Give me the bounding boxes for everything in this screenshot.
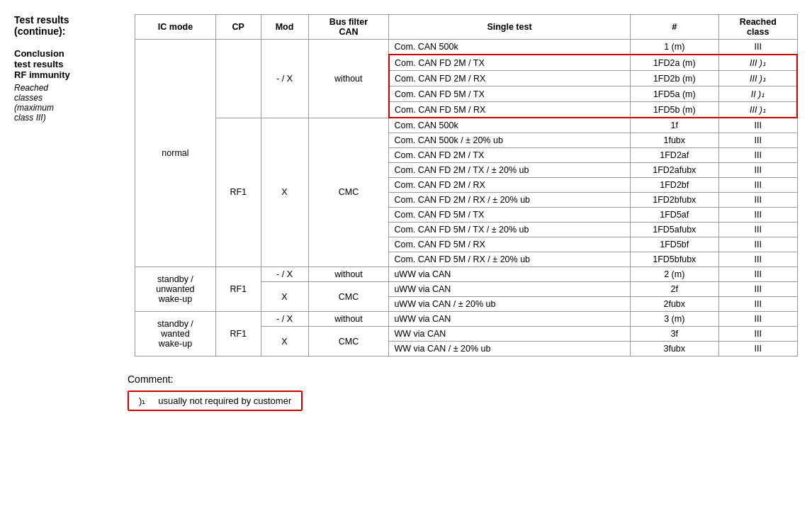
hash-cell: 2 (m) xyxy=(630,267,718,282)
cp-rf1-3: RF1 xyxy=(215,312,261,356)
hash-cell: 1FD5bf xyxy=(630,237,718,252)
single-test-cell: Com. CAN FD 5M / TX / ± 20% ub xyxy=(389,223,630,237)
class-cell: III xyxy=(718,208,797,223)
conclusion-subtitle: Conclusiontest resultsRF immunity xyxy=(14,48,128,80)
comment-box: )₁ usually not required by customer xyxy=(128,391,303,411)
single-test-cell: Com. CAN FD 5M / RX / ± 20% ub xyxy=(389,252,630,267)
class-cell: III xyxy=(718,148,797,163)
busfilter-without-3: without xyxy=(308,312,389,327)
single-test-cell: Com. CAN FD 5M / RX xyxy=(389,237,630,252)
hash-cell: 2f xyxy=(630,282,718,297)
mod-x-3: X xyxy=(261,327,308,356)
class-cell: III xyxy=(718,237,797,252)
col-mod: Mod xyxy=(261,15,308,40)
table-row: standby /wantedwake-up RF1 - / X without… xyxy=(135,312,798,327)
mod-nox-3: - / X xyxy=(261,312,308,327)
hash-cell: 3fubx xyxy=(630,342,718,356)
hash-cell: 1 (m) xyxy=(630,40,718,55)
busfilter-without-2: without xyxy=(308,267,389,282)
mod-x-2: X xyxy=(261,282,308,312)
class-cell: III xyxy=(718,312,797,327)
page-wrapper: Test results(continue): Conclusiontest r… xyxy=(14,14,798,356)
single-test-cell: Com. CAN FD 2M / RX xyxy=(389,178,630,193)
table-row: RF1 X CMC Com. CAN 500k 1f III xyxy=(135,118,798,133)
single-test-cell: Com. CAN FD 2M / TX xyxy=(389,148,630,163)
hash-cell: 2fubx xyxy=(630,297,718,312)
busfilter-cmc-2: CMC xyxy=(308,282,389,312)
hash-cell: 1FD5a (m) xyxy=(630,86,718,102)
class-cell: II )₁ xyxy=(718,86,797,102)
col-cp: CP xyxy=(215,15,261,40)
comment-text: usually not required by customer xyxy=(158,395,291,406)
single-test-cell: Com. CAN 500k xyxy=(389,40,630,55)
hash-cell: 1FD2b (m) xyxy=(630,71,718,86)
hash-cell: 1FD2bfubx xyxy=(630,193,718,208)
busfilter-cmc: CMC xyxy=(308,118,389,267)
single-test-cell: Com. CAN FD 2M / RX xyxy=(389,71,630,86)
hash-cell: 1fubx xyxy=(630,133,718,148)
single-test-cell: Com. CAN FD 2M / RX / ± 20% ub xyxy=(389,193,630,208)
table-header-row: IC mode CP Mod Bus filterCAN Single test… xyxy=(135,15,798,40)
left-panel: Test results(continue): Conclusiontest r… xyxy=(14,14,135,123)
col-single-test: Single test xyxy=(389,15,630,40)
hash-cell: 1FD5bfubx xyxy=(630,252,718,267)
col-ic-mode: IC mode xyxy=(135,15,216,40)
hash-cell: 1FD5afubx xyxy=(630,223,718,237)
class-cell: III xyxy=(718,327,797,342)
single-test-cell: Com. CAN FD 2M / TX / ± 20% ub xyxy=(389,163,630,178)
hash-cell: 1FD2a (m) xyxy=(630,55,718,71)
single-test-cell: Com. CAN FD 5M / TX xyxy=(389,208,630,223)
class-cell: III xyxy=(718,342,797,356)
class-cell: III xyxy=(718,252,797,267)
table-row: normal - / X without Com. CAN 500k 1 (m)… xyxy=(135,40,798,55)
mod-nox-2: - / X xyxy=(261,267,308,282)
hash-cell: 1FD2af xyxy=(630,148,718,163)
hash-cell: 1FD2bf xyxy=(630,178,718,193)
class-cell: III xyxy=(718,163,797,178)
cp-rf1: RF1 xyxy=(215,118,261,267)
hash-cell: 1FD5af xyxy=(630,208,718,223)
cp-empty-1 xyxy=(215,40,261,118)
class-cell: III xyxy=(718,223,797,237)
results-table: IC mode CP Mod Bus filterCAN Single test… xyxy=(135,14,798,356)
ic-mode-standby-wanted: standby /wantedwake-up xyxy=(135,312,216,356)
single-test-cell: uWW via CAN xyxy=(389,312,630,327)
col-reached-class: Reachedclass xyxy=(718,15,797,40)
table-wrapper: IC mode CP Mod Bus filterCAN Single test… xyxy=(135,14,798,356)
col-bus-filter: Bus filterCAN xyxy=(308,15,389,40)
reached-classes-note: Reachedclasses(maximumclass III) xyxy=(14,83,128,123)
single-test-cell: uWW via CAN xyxy=(389,282,630,297)
ic-mode-standby-unwanted: standby /unwantedwake-up xyxy=(135,267,216,312)
single-test-cell: Com. CAN 500k / ± 20% ub xyxy=(389,133,630,148)
hash-cell: 1f xyxy=(630,118,718,133)
comment-label: Comment: xyxy=(128,374,798,385)
class-cell: III xyxy=(718,193,797,208)
table-row: standby /unwantedwake-up RF1 - / X witho… xyxy=(135,267,798,282)
hash-cell: 1FD2afubx xyxy=(630,163,718,178)
class-cell: III xyxy=(718,133,797,148)
section-title: Test results(continue): xyxy=(14,14,128,37)
hash-cell: 3f xyxy=(630,327,718,342)
busfilter-without-1: without xyxy=(308,40,389,118)
single-test-cell: Com. CAN FD 5M / TX xyxy=(389,86,630,102)
class-cell: III xyxy=(718,118,797,133)
cp-rf1-2: RF1 xyxy=(215,267,261,312)
comment-subscript: )₁ xyxy=(139,395,145,406)
class-cell: III )₁ xyxy=(718,71,797,86)
comment-section: Comment: )₁ usually not required by cust… xyxy=(14,374,798,411)
single-test-cell: Com. CAN FD 5M / RX xyxy=(389,102,630,118)
class-cell: III xyxy=(718,267,797,282)
col-hash: # xyxy=(630,15,718,40)
single-test-cell: uWW via CAN xyxy=(389,267,630,282)
class-cell: III )₁ xyxy=(718,55,797,71)
class-cell: III xyxy=(718,40,797,55)
single-test-cell: WW via CAN xyxy=(389,327,630,342)
mod-nox-1: - / X xyxy=(261,40,308,118)
class-cell: III xyxy=(718,297,797,312)
class-cell: III xyxy=(718,178,797,193)
single-test-cell: uWW via CAN / ± 20% ub xyxy=(389,297,630,312)
class-cell: III xyxy=(718,282,797,297)
mod-x: X xyxy=(261,118,308,267)
hash-cell: 3 (m) xyxy=(630,312,718,327)
single-test-cell: WW via CAN / ± 20% ub xyxy=(389,342,630,356)
